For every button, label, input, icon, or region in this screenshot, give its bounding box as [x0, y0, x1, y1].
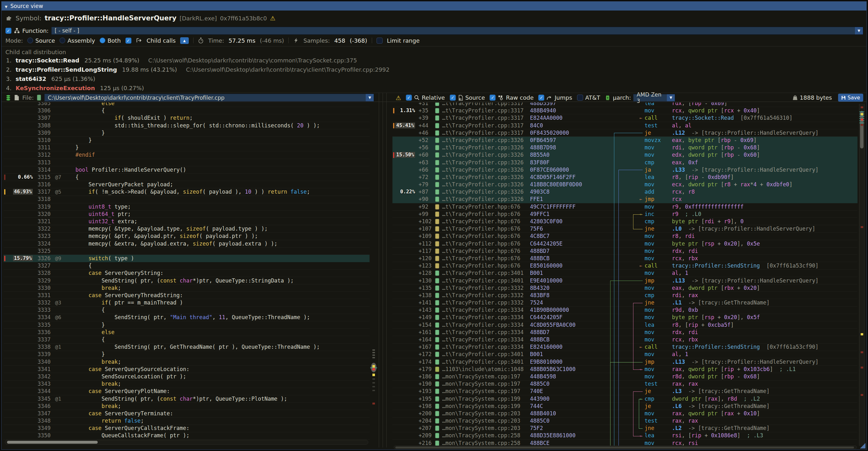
asm-row[interactable]: +112…t\TracyProfiler.hpp:676C64424205Emo…	[393, 240, 858, 247]
child-call-item[interactable]: 3.stat64i32625 µs (1.36%)	[6, 75, 95, 83]
radio-icon[interactable]	[60, 38, 65, 43]
source-row[interactable]: 3347 case ServerQueryTerminate:	[3, 410, 370, 417]
pane-splitter[interactable]	[382, 93, 383, 448]
source-row[interactable]: 3324 memcpy( &extra, &payload.extra, siz…	[3, 240, 370, 247]
function-dropdown-arrow-icon[interactable]	[855, 27, 863, 34]
march-select[interactable]: AMD Zen 3	[633, 94, 675, 101]
source-row[interactable]: 15.79%3326@9 switch( type )	[3, 255, 370, 262]
asm-row[interactable]: +204…mon\TracySystem.cpp:2034885C0testra…	[393, 417, 858, 425]
asm-row[interactable]: +56…t\TracyProfiler.cpp:3326488B7D98movr…	[393, 144, 858, 151]
pane-splitter[interactable]	[386, 93, 387, 448]
source-row[interactable]: 3312#endif	[3, 151, 370, 159]
source-row[interactable]: 3309 }	[3, 129, 370, 137]
source-row[interactable]: 3313	[3, 159, 370, 166]
function-checkbox[interactable]	[5, 28, 11, 34]
asm-row[interactable]: +138…t\TracyProfiler.cpp:3332483BF8cmprd…	[393, 292, 858, 299]
asm-row[interactable]: +79…t\TracyProfiler.cpp:3326418B8C80E0BF…	[393, 181, 858, 188]
child-call-item[interactable]: 1.tracy::Socket::Read25.25 ms (54.89%)C:…	[6, 56, 357, 64]
asm-row[interactable]: +117…t\TracyProfiler.hpp:676488BD7movrdx…	[393, 247, 858, 255]
radio-selected-icon[interactable]	[100, 38, 105, 43]
asm-row[interactable]: +39…t\TracyProfiler.cpp:3317E824AA0000ca…	[393, 114, 858, 122]
source-row[interactable]: 3342 SendSourceLocation( ptr );	[3, 373, 370, 380]
asm-row[interactable]: +46…t\TracyProfiler.cpp:33170F8435020000…	[393, 129, 858, 137]
asm-row[interactable]: +172…t\TracyProfiler.cpp:3401B001moval, …	[393, 351, 858, 358]
asm-row[interactable]: +174…t\TracyProfiler.cpp:3401E9B8010000j…	[393, 358, 858, 366]
asm-row[interactable]: +190…mon\TracySystem.cpp:1974885C0testra…	[393, 380, 858, 388]
window-resize-grip[interactable]	[860, 443, 865, 448]
file-dropdown-arrow-icon[interactable]	[366, 94, 374, 101]
asm-row[interactable]: +141…t\TracyProfiler.cpp:33327524jne.L1 …	[393, 299, 858, 306]
asm-row[interactable]: +167…t\TracyProfiler.cpp:3334E824160000c…	[393, 343, 858, 351]
source-row[interactable]: 3345@1 SendString( ptr, (const char*)ptr…	[3, 395, 370, 402]
march-dropdown-arrow-icon[interactable]	[667, 94, 675, 101]
source-row[interactable]: 3340 break;	[3, 358, 370, 366]
source-row[interactable]: 46.93%3317@5 if( !m_sock->Read( &payload…	[3, 188, 370, 196]
asm-row[interactable]: +198…mon\TracySystem.cpp:199744Cje.L6 ->…	[393, 402, 858, 410]
source-checkbox[interactable]	[450, 95, 456, 101]
asm-row[interactable]: 15.50%+60…t\TracyProfiler.cpp:33268B55A0…	[393, 151, 858, 159]
source-row[interactable]: 3306 {	[3, 107, 370, 114]
source-row[interactable]: 3323 memcpy( &ptr, &payload.ptr, sizeof(…	[3, 233, 370, 240]
assembly-pane[interactable]: +31…t\TracyProfiler.cpp:3317488D5597lear…	[393, 102, 858, 446]
asm-row[interactable]: +72…t\TracyProfiler.cpp:33264C8D05F146F2…	[393, 174, 858, 181]
asm-row[interactable]: +154…t\TracyProfiler.cpp:33344C8D055FBA0…	[393, 321, 858, 329]
source-row[interactable]: 3341 case ServerQuerySourceLocation:	[3, 366, 370, 373]
asm-row[interactable]: +149…t\TracyProfiler.cpp:3334C64424205Fm…	[393, 314, 858, 321]
asm-row[interactable]: +195…mon\TracySystem.cpp:199443900cmpdwo…	[393, 395, 858, 402]
mode-source-radio[interactable]: Source	[27, 37, 55, 44]
file-select[interactable]: C:\Users\wolf\Desktop\darkrl\contrib\tra…	[44, 94, 374, 101]
source-row[interactable]: 3346 break;	[3, 402, 370, 410]
source-row[interactable]: 3337 {	[3, 336, 370, 343]
radio-icon[interactable]	[27, 38, 33, 43]
relative-toggle[interactable]: Relative	[406, 94, 445, 101]
asm-row[interactable]: +209…mon\TracySystem.cpp:258488D35E88610…	[393, 432, 858, 439]
asm-row[interactable]: +63…t\TracyProfiler.cpp:332683F80Fcmpeax…	[393, 159, 858, 166]
asm-row[interactable]: +164…t\TracyProfiler.cpp:3334488BCBmovrc…	[393, 336, 858, 343]
collapse-child-calls-button[interactable]	[180, 37, 189, 44]
source-row[interactable]: 3343 break;	[3, 380, 370, 388]
asm-row[interactable]: +109…t\TracyProfiler.hpp:6764C8BC7movr8,…	[393, 233, 858, 240]
assembly-scrollbar[interactable]	[859, 104, 865, 446]
asm-row[interactable]: +216…mon\TracySystem.cpp:258488BCEmovrcx…	[393, 440, 858, 446]
att-toggle[interactable]: AT&T	[577, 94, 600, 101]
source-row[interactable]: 3336 else	[3, 329, 370, 336]
source-row[interactable]: 3310 }	[3, 137, 370, 144]
asm-row[interactable]: +207…mon\TracySystem.cpp:20375F2jne.L2 -…	[393, 425, 858, 432]
asm-row[interactable]: +193…mon\TracySystem.cpp:197740Eje.L3 ->…	[393, 388, 858, 395]
source-row[interactable]: 3322 memcpy( &type, &payload.type, sizeo…	[3, 225, 370, 233]
asm-row[interactable]: +107…t\TracyProfiler.hpp:67675F6jne.L0 -…	[393, 225, 858, 233]
asm-row[interactable]: 0.22%+87…t\TracyProfiler.cpp:33264903C8a…	[393, 188, 858, 196]
source-row[interactable]: 3331 case ServerQueryThreadString:	[3, 292, 370, 299]
source-row[interactable]: 3339 }	[3, 351, 370, 358]
source-row[interactable]: 3329 SendString( ptr, (const char*)ptr, …	[3, 277, 370, 284]
source-row[interactable]: 3335 }	[3, 321, 370, 329]
source-row[interactable]: 3333 {	[3, 306, 370, 314]
collapse-triangle-icon[interactable]	[5, 3, 10, 9]
child-calls-checkbox[interactable]	[125, 38, 131, 43]
source-row[interactable]: 3332@3 if( ptr == m_mainThread )	[3, 299, 370, 306]
asm-row[interactable]: +130…t\TracyProfiler.cpp:3401E9E4010000j…	[393, 277, 858, 284]
source-minimap-scrollbar[interactable]	[371, 104, 377, 440]
source-row[interactable]: 3349 case ServerQueryCallstackFrame:	[3, 425, 370, 432]
window-titlebar[interactable]: Source view	[2, 2, 866, 10]
asm-row[interactable]: +161…t\TracyProfiler.cpp:3334488BD7movrd…	[393, 329, 858, 336]
source-row[interactable]: 3344 case ServerQueryPlotName:	[3, 388, 370, 395]
source-row[interactable]: 3311}	[3, 144, 370, 151]
asm-row[interactable]: +200…mon\TracySystem.cpp:203488B4010movr…	[393, 410, 858, 417]
asm-row[interactable]: +66…t\TracyProfiler.cpp:33260F87CE060000…	[393, 166, 858, 174]
asm-row[interactable]: +128…t\TracyProfiler.cpp:3401B001moval, …	[393, 269, 858, 277]
assembly-hscrollbar[interactable]	[394, 446, 857, 449]
source-row[interactable]: 3314bool Profiler::HandleServerQuery()	[3, 166, 370, 174]
asm-row[interactable]: +52…t\TracyProfiler.cpp:33260FB64597movz…	[393, 137, 858, 144]
source-row[interactable]: 3318	[3, 196, 370, 203]
save-button[interactable]: Save	[838, 94, 863, 101]
source-row[interactable]: 3348 return false;	[3, 417, 370, 425]
asm-row[interactable]: 1.31%+35…t\TracyProfiler.cpp:3317488B494…	[393, 107, 858, 114]
asm-row[interactable]: +135…t\TracyProfiler.cpp:33328B4320movea…	[393, 284, 858, 292]
asm-row[interactable]: +120…t\TracyProfiler.hpp:676488BCBmovrcx…	[393, 255, 858, 262]
function-select[interactable]: [ - self - ]	[51, 27, 863, 35]
source-row[interactable]: 3321 uint32_t extra;	[3, 218, 370, 225]
source-row[interactable]: 3325	[3, 247, 370, 255]
att-checkbox[interactable]	[577, 95, 583, 101]
source-row[interactable]: 3328 case ServerQueryString:	[3, 269, 370, 277]
